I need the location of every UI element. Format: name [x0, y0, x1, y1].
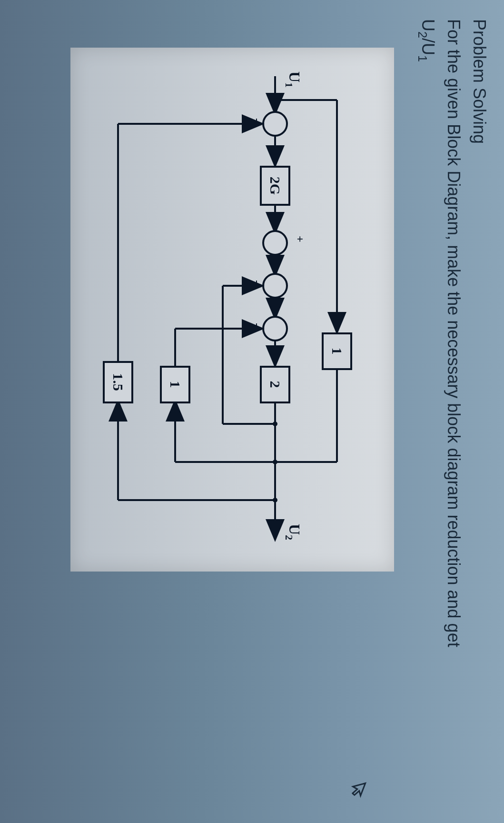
s2-plus: +: [294, 236, 306, 242]
block-fb-1-label: 1: [168, 381, 183, 388]
ratio-expr: U2/U1: [418, 19, 438, 62]
summing-junction-1: [263, 112, 287, 136]
s4-minus: -: [251, 323, 264, 327]
output-label: U2: [283, 524, 303, 540]
summing-junction-2: [263, 231, 287, 255]
page-content: Problem Solving For the given Block Diag…: [0, 0, 504, 823]
summing-junction-4: [263, 317, 287, 341]
s1-minus: -: [251, 118, 264, 122]
s3-minus: -: [251, 280, 264, 284]
block-2-label: 2: [267, 381, 283, 388]
problem-instruction: For the given Block Diagram, make the ne…: [444, 19, 464, 647]
problem-title: Problem Solving: [470, 19, 489, 144]
summing-junction-3: [263, 274, 287, 298]
block-fb-15-label: 1.5: [110, 373, 126, 391]
input-label: U1: [283, 71, 303, 88]
block-top-1-label: 1: [329, 348, 345, 355]
diagram-svg: U1 - 2G + 1: [70, 48, 394, 572]
block-diagram: U1 - 2G + 1: [70, 48, 394, 572]
problem-statement: Problem Solving For the given Block Diag…: [413, 19, 492, 804]
block-2g-label: 2G: [267, 177, 283, 195]
